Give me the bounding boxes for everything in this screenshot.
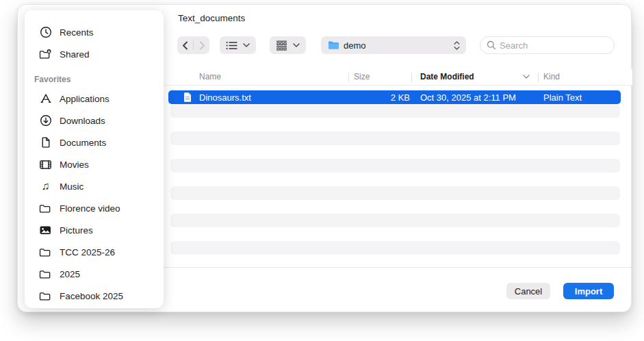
dialog-title: Text_documents [178, 13, 245, 23]
document-icon [39, 136, 52, 149]
folder-icon [39, 290, 52, 303]
group-view-icon [276, 40, 287, 51]
column-header-size[interactable]: Size [354, 72, 370, 81]
download-circle-icon [39, 114, 52, 127]
sidebar-item-florence-video[interactable]: Florence video [25, 197, 164, 219]
clock-icon [39, 26, 52, 39]
column-divider[interactable] [348, 73, 349, 82]
table-row-empty [170, 241, 620, 255]
film-icon [39, 158, 52, 171]
sidebar-item-label: Music [60, 181, 83, 192]
table-row-empty [170, 159, 620, 173]
chevron-down-icon [293, 43, 300, 47]
sidebar-item-label: Movies [60, 160, 89, 170]
sidebar-item-shared[interactable]: Shared [25, 43, 164, 65]
sidebar-item-facebook-2025[interactable]: Facebook 2025 [25, 285, 164, 307]
table-row-empty [170, 186, 620, 200]
chevron-down-icon [243, 43, 250, 47]
sidebar-item-2025[interactable]: 2025 [25, 263, 164, 285]
folder-icon [39, 268, 52, 281]
cancel-button[interactable]: Cancel [506, 283, 550, 299]
sidebar-item-label: Shared [60, 49, 90, 60]
list-view-icon [226, 41, 237, 50]
list-view-button[interactable] [220, 36, 256, 54]
table-row-empty [170, 214, 620, 227]
sidebar-item-tcc-2025-26[interactable]: TCC 2025-26 [25, 241, 164, 263]
sidebar-item-downloads[interactable]: Downloads [25, 110, 164, 131]
shared-folder-icon [39, 48, 52, 61]
sidebar-item-music[interactable]: ♫ Music [25, 175, 164, 197]
group-view-button[interactable] [270, 36, 306, 54]
table-row-selected[interactable]: Dinosaurs.txt 2 KB Oct 30, 2025 at 2:11 … [168, 90, 621, 104]
column-divider[interactable] [411, 73, 412, 82]
sidebar-item-label: Recents [60, 27, 94, 38]
text-file-icon [183, 92, 192, 103]
sidebar-section-favorites: Favorites [25, 65, 164, 88]
sidebar-item-label: Pictures [60, 225, 93, 236]
search-input[interactable]: Search [480, 36, 615, 54]
file-size: 2 KB [346, 92, 410, 103]
folder-icon [328, 40, 339, 50]
table-header: Name Size Date Modified Kind [164, 69, 632, 86]
footer-divider [164, 267, 632, 268]
nav-button-group [177, 36, 209, 54]
sidebar-item-label: Facebook 2025 [60, 291, 123, 301]
file-kind: Plain Text [543, 92, 582, 103]
sidebar-item-documents[interactable]: Documents [25, 131, 164, 153]
sidebar-item-label: TCC 2025-26 [60, 247, 115, 257]
sidebar-item-applications[interactable]: Applications [25, 88, 164, 110]
column-divider[interactable] [538, 73, 539, 82]
column-header-kind[interactable]: Kind [543, 72, 560, 81]
music-note-icon: ♫ [39, 180, 52, 193]
sidebar-item-label: Downloads [60, 116, 105, 126]
forward-button[interactable] [196, 36, 208, 54]
sidebar-item-recents[interactable]: Recents [25, 21, 164, 43]
folder-icon [39, 246, 52, 259]
folder-icon [39, 202, 52, 215]
sidebar-item-label: Applications [60, 94, 110, 104]
sidebar-item-label: Documents [60, 138, 106, 148]
back-button[interactable] [179, 36, 191, 54]
table-row-empty [170, 131, 620, 145]
app-store-icon [39, 92, 52, 105]
sidebar-item-movies[interactable]: Movies [25, 153, 164, 175]
photo-icon [39, 224, 52, 237]
file-date-modified: Oct 30, 2025 at 2:11 PM [420, 92, 516, 103]
column-header-name[interactable]: Name [199, 72, 221, 81]
sort-chevron-icon [523, 75, 530, 79]
file-import-dialog: Recents SharedFavorites Applications Dow… [17, 4, 632, 312]
sidebar-item-pictures[interactable]: Pictures [25, 219, 164, 241]
import-button[interactable]: Import [563, 283, 614, 299]
sidebar-item-label: 2025 [60, 269, 80, 279]
table-row-empty [170, 104, 620, 118]
nav-divider [193, 40, 194, 50]
sidebar: Recents SharedFavorites Applications Dow… [25, 10, 164, 308]
search-placeholder: Search [500, 40, 528, 51]
file-name: Dinosaurs.txt [199, 92, 251, 103]
sidebar-item-label: Florence video [60, 203, 120, 214]
search-icon [487, 40, 496, 50]
up-down-chevron-icon [454, 41, 460, 50]
location-popup[interactable]: demo [321, 36, 466, 54]
column-header-date-modified[interactable]: Date Modified [420, 72, 474, 81]
location-label: demo [344, 40, 450, 51]
